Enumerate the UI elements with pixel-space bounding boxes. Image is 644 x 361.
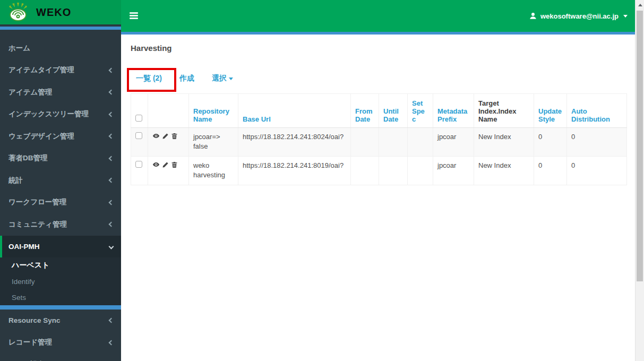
vertical-scrollbar[interactable] [635, 0, 644, 361]
sidebar-nav: ホーム アイテムタイプ管理 アイテム管理 インデックスツリー管理 ウェブデザイン… [0, 37, 121, 361]
trash-icon[interactable] [171, 133, 178, 140]
sidebar-subitem-label: ハーベスト [12, 261, 49, 270]
tab-create[interactable]: 作成 [179, 74, 194, 83]
col-set-spec: Set Spec [408, 94, 433, 128]
table-header-row: Repository Name Base Url From Date Until… [131, 94, 627, 128]
sort-from-date-link[interactable]: From Date [355, 107, 373, 123]
row-actions [152, 132, 184, 140]
col-select [131, 94, 148, 128]
sidebar-item-statistics[interactable]: 統計 [0, 169, 121, 192]
tab-bar: 一覧 (2) 作成 選択 [136, 74, 233, 83]
cell-repository-name: weko harvesting [189, 157, 238, 185]
col-actions [148, 94, 189, 128]
sort-until-date-link[interactable]: Until Date [383, 107, 399, 123]
sort-set-spec-link[interactable]: Set Spec [412, 99, 425, 123]
row-checkbox[interactable] [135, 161, 142, 168]
scrollbar-thumb[interactable] [637, 11, 643, 281]
sidebar-item-mail-settings-clipped[interactable]: メール設定 [0, 354, 121, 361]
chevron-left-icon [109, 111, 114, 117]
tab-select-label: 選択 [212, 74, 227, 83]
cell-metadata-prefix: jpcoar [433, 157, 474, 185]
chevron-left-icon [109, 67, 114, 73]
sidebar-item-oai-pmh[interactable]: OAI-PMH [0, 236, 121, 258]
sidebar-item-workflow-mgmt[interactable]: ワークフロー管理 [0, 192, 121, 214]
sidebar-item-label: アイテム管理 [8, 88, 52, 97]
chevron-left-icon [109, 134, 114, 139]
sidebar-item-label: OAI-PMH [8, 243, 40, 251]
sidebar-subitem-identify[interactable]: Identify [0, 273, 121, 289]
sort-update-style-link[interactable]: Update Style [538, 107, 562, 123]
col-repository-name: Repository Name [189, 94, 238, 128]
cell-base-url: https://18.182.214.241:8019/oai? [238, 157, 351, 185]
oai-pmh-submenu: ハーベスト Identify Sets [0, 257, 121, 305]
tab-list[interactable]: 一覧 (2) [136, 74, 162, 83]
brand-name: WEKO [36, 6, 71, 19]
main-content: Harvesting 一覧 (2) 作成 選択 Repository Name [121, 35, 635, 361]
sidebar-item-indextree-mgmt[interactable]: インデックスツリー管理 [0, 104, 121, 126]
cell-from-date [351, 157, 379, 185]
row-checkbox[interactable] [135, 132, 142, 139]
pencil-icon[interactable] [162, 133, 169, 140]
sort-metadata-prefix-link[interactable]: Metadata Prefix [437, 107, 467, 123]
cell-base-url: https://18.182.214.241:8024/oai? [238, 128, 351, 157]
chevron-left-icon [109, 222, 114, 227]
sidebar-item-record-mgmt[interactable]: レコード管理 [0, 332, 121, 354]
sidebar-item-webdesign-mgmt[interactable]: ウェブデザイン管理 [0, 125, 121, 148]
eye-icon[interactable] [152, 132, 160, 140]
sidebar-item-label: コミュニティ管理 [8, 220, 67, 229]
sidebar-item-item-mgmt[interactable]: アイテム管理 [0, 81, 121, 104]
cell-update-style: 0 [534, 128, 567, 157]
sidebar-subitem-sets[interactable]: Sets [0, 289, 121, 305]
sidebar-item-home[interactable]: ホーム [0, 37, 121, 59]
sidebar-divider-bar [0, 305, 121, 310]
col-update-style: Update Style [534, 94, 567, 128]
chevron-down-icon [109, 244, 114, 249]
sidebar-item-label: 統計 [8, 176, 23, 185]
sidebar-subitem-harvest[interactable]: ハーベスト [0, 257, 121, 273]
cell-from-date [351, 128, 379, 157]
cell-set-spec [408, 128, 433, 157]
select-all-checkbox[interactable] [135, 115, 142, 122]
cell-auto-distribution: 0 [567, 157, 627, 185]
sidebar-item-community-mgmt[interactable]: コミュニティ管理 [0, 213, 121, 236]
trash-icon[interactable] [171, 161, 178, 168]
chevron-left-icon [109, 318, 114, 323]
user-icon [529, 12, 537, 20]
sidebar-item-label: Resource Sync [8, 316, 61, 324]
harvesting-table: Repository Name Base Url From Date Until… [131, 93, 627, 185]
chevron-left-icon [109, 178, 114, 183]
sidebar-subitem-label: Sets [12, 294, 26, 302]
sort-repository-name-link[interactable]: Repository Name [193, 107, 229, 123]
user-menu[interactable]: wekosoftware@nii.ac.jp [529, 0, 628, 32]
cell-metadata-prefix: jpcoar [433, 128, 474, 157]
arrow-up-icon [638, 4, 642, 6]
logo-area[interactable]: WEKO [0, 0, 121, 24]
cell-repository-name: jpcoar=> false [189, 128, 238, 157]
chevron-left-icon [109, 156, 114, 161]
eye-icon[interactable] [152, 161, 160, 168]
weko-logo-icon [7, 2, 30, 22]
sort-base-url-link[interactable]: Base Url [243, 115, 271, 123]
tab-select-dropdown[interactable]: 選択 [212, 74, 233, 83]
sort-auto-distribution-link[interactable]: Auto Distribution [571, 107, 610, 123]
hamburger-icon[interactable] [130, 12, 138, 19]
pencil-icon[interactable] [162, 161, 169, 168]
row-actions [152, 161, 184, 168]
top-navbar: wekosoftware@nii.ac.jp [121, 0, 635, 32]
sidebar-item-authordb-mgmt[interactable]: 著者DB管理 [0, 148, 121, 170]
scrollbar-up-button[interactable] [636, 0, 644, 10]
page-title: Harvesting [131, 44, 172, 53]
col-auto-distribution: Auto Distribution [567, 94, 627, 128]
chevron-left-icon [109, 340, 114, 345]
caret-down-icon [623, 15, 628, 18]
table-row: jpcoar=> false https://18.182.214.241:80… [131, 128, 627, 157]
sidebar-item-label: 著者DB管理 [8, 153, 48, 163]
sidebar-item-resource-sync[interactable]: Resource Sync [0, 310, 121, 332]
weko-admin-window: WEKO wekosoftware@nii.ac.jp ホーム アイテムタイプ管… [0, 0, 644, 361]
sidebar-item-itemtype-mgmt[interactable]: アイテムタイプ管理 [0, 59, 121, 82]
sidebar-item-label: アイテムタイプ管理 [8, 65, 74, 75]
table-row: weko harvesting https://18.182.214.241:8… [131, 157, 627, 185]
sidebar-item-label: レコード管理 [8, 338, 52, 347]
sidebar-accent-line [0, 27, 121, 30]
col-metadata-prefix: Metadata Prefix [433, 94, 474, 128]
